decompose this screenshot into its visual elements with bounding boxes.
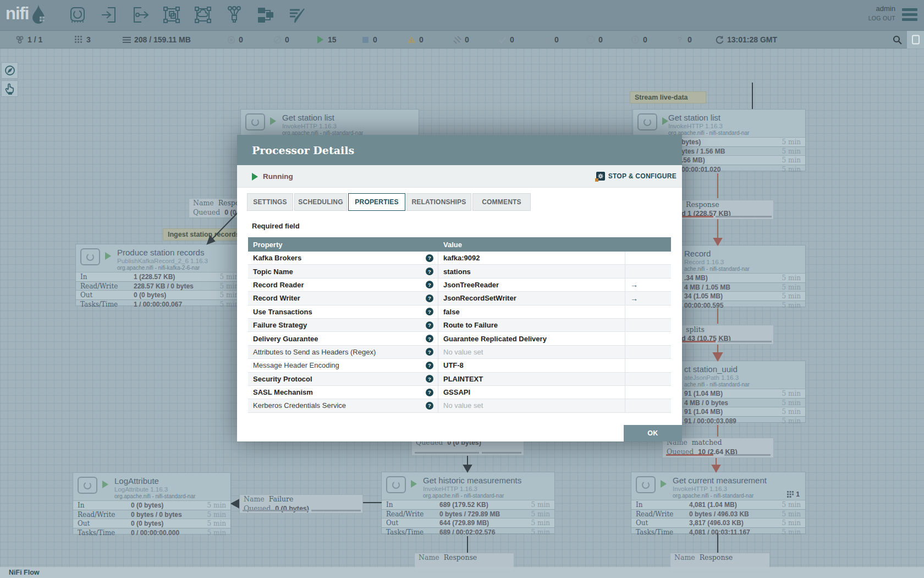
queue-size-indicator <box>666 454 713 456</box>
label-component-icon[interactable] <box>288 5 306 25</box>
output-port-component-icon[interactable] <box>131 5 150 25</box>
property-row[interactable]: SASL Mechanism?GSSAPI <box>248 386 671 399</box>
current-user: admin <box>868 4 895 13</box>
help-icon[interactable]: ? <box>426 402 433 410</box>
property-row[interactable]: Attributes to Send as Headers (Regex)?No… <box>248 346 671 359</box>
top-toolbar: nifi admin LOG OUT <box>0 0 924 31</box>
connection-failure[interactable]: NameFailure Queued0 (0 bytes) <box>239 494 363 514</box>
operate-palette-button[interactable] <box>1 80 18 97</box>
tab-scheduling[interactable]: SCHEDULING <box>294 193 347 211</box>
processor-type-icon <box>80 248 100 265</box>
processor-bundle: org.apache.nifi - nifi-kafka-2-6-nar <box>117 265 200 271</box>
processor-name: Get station list <box>282 113 334 122</box>
help-icon[interactable]: ? <box>426 281 433 288</box>
stopped-icon <box>361 37 370 43</box>
input-port-component-icon[interactable] <box>100 5 118 25</box>
goto-controller-service-icon[interactable]: → <box>630 280 638 289</box>
property-name-cell: Record Reader? <box>248 279 438 291</box>
running-state-icon <box>252 173 258 181</box>
property-row[interactable]: Use Transactions?false <box>248 306 671 319</box>
help-icon[interactable]: ? <box>426 254 433 262</box>
property-value-cell[interactable]: Guarantee Replicated Delivery <box>438 332 625 345</box>
unversioned-icon: ? <box>675 35 684 44</box>
help-icon[interactable]: ? <box>426 268 433 275</box>
info-cell <box>625 252 671 264</box>
property-row[interactable]: Record Writer?JsonRecordSetWriter→ <box>248 292 671 305</box>
help-icon[interactable]: ? <box>426 335 433 342</box>
transmitting-icon <box>227 36 235 44</box>
processor-produce-station-records[interactable]: Produce station records PublishKafkaReco… <box>75 244 244 306</box>
property-row[interactable]: Kafka Brokers?kafka:9092 <box>248 252 671 265</box>
property-value-cell[interactable]: kafka:9092 <box>438 252 625 264</box>
info-cell <box>625 346 671 358</box>
property-value-cell[interactable]: No value set <box>438 346 625 358</box>
processor-name: Get current measurement <box>673 476 767 485</box>
property-row[interactable]: Security Protocol?PLAINTEXT <box>248 373 671 386</box>
nifi-logo-text: nifi <box>6 4 29 24</box>
label-ingest-station-records[interactable]: Ingest station records <box>163 228 240 241</box>
property-row[interactable]: Kerberos Credentials Service?No value se… <box>248 399 671 412</box>
tab-properties[interactable]: PROPERTIES <box>348 193 405 211</box>
logout-link[interactable]: LOG OUT <box>868 15 895 21</box>
help-icon[interactable]: ? <box>426 375 433 383</box>
global-menu-button[interactable] <box>902 8 917 23</box>
property-value-cell[interactable]: GSSAPI <box>438 386 625 399</box>
property-value-cell[interactable]: stations <box>438 265 625 277</box>
processor-component-icon[interactable] <box>68 5 87 25</box>
help-icon[interactable]: ? <box>426 362 433 369</box>
processor-get-historic-measurements[interactable]: Get historic measurements InvokeHTTP 1.1… <box>381 472 555 534</box>
search-button[interactable] <box>893 31 902 48</box>
goto-controller-service-icon[interactable]: → <box>630 294 638 303</box>
help-icon[interactable]: ? <box>426 295 433 302</box>
ok-button[interactable]: OK <box>624 425 682 441</box>
funnel-component-icon[interactable] <box>225 5 244 25</box>
processor-type: InvokeHTTP 1.16.3 <box>673 486 727 492</box>
queue-size-indicator <box>415 452 479 454</box>
template-component-icon[interactable] <box>256 5 275 25</box>
property-value-cell[interactable]: UTF-8 <box>438 359 625 372</box>
property-value-cell[interactable]: No value set <box>438 399 625 412</box>
stale-count-status: ↑0 <box>586 31 603 48</box>
property-row[interactable]: Failure Strategy?Route to Failure <box>248 319 671 332</box>
navigate-palette-button[interactable] <box>1 62 18 79</box>
sync-failure-icon: ! <box>631 36 640 43</box>
tab-relationships[interactable]: RELATIONSHIPS <box>406 193 471 211</box>
queue-count-indicator <box>724 454 771 456</box>
dialog-tabs: SETTINGS SCHEDULING PROPERTIES RELATIONS… <box>247 193 531 211</box>
processor-get-current-measurement[interactable]: Get current measurement InvokeHTTP 1.16.… <box>631 472 806 534</box>
label-stream-live-data[interactable]: Stream live-data <box>630 91 706 103</box>
processor-type: InvokeHTTP 1.16.3 <box>668 123 723 129</box>
processor-stats: In0 (0 bytes)5 min Read/Write0 bytes / 0… <box>73 500 230 537</box>
property-value-cell[interactable]: JsonTreeReader <box>438 279 625 291</box>
remote-process-group-component-icon[interactable] <box>194 5 212 25</box>
help-icon[interactable]: ? <box>426 321 433 329</box>
breadcrumb[interactable]: NiFi Flow <box>9 569 40 576</box>
tab-settings[interactable]: SETTINGS <box>247 193 293 211</box>
help-icon[interactable]: ? <box>426 389 433 396</box>
help-icon[interactable]: ? <box>426 348 433 356</box>
stop-and-configure-button[interactable]: STOP & CONFIGURE <box>596 172 676 181</box>
property-value-cell[interactable]: JsonRecordSetWriter <box>438 292 625 304</box>
property-value-cell[interactable]: PLAINTEXT <box>438 373 625 385</box>
processor-stats: In4,081 (1.04 MB)5 min Read/Write0 bytes… <box>631 500 805 536</box>
process-group-component-icon[interactable] <box>162 5 181 25</box>
property-row[interactable]: Topic Name?stations <box>248 265 671 278</box>
queued-status: 208 / 159.11 MB <box>122 31 191 48</box>
property-value-cell[interactable]: false <box>438 306 625 318</box>
running-icon <box>661 480 667 488</box>
property-value-cell[interactable]: Route to Failure <box>438 319 625 331</box>
processor-stats: In689 (179.52 KB)5 min Read/Write0 bytes… <box>382 500 554 536</box>
help-icon[interactable]: ? <box>426 308 433 315</box>
tab-comments[interactable]: COMMENTS <box>472 193 531 211</box>
processor-type-icon <box>245 113 265 130</box>
property-row[interactable]: Message Header Encoding?UTF-8 <box>248 359 671 372</box>
bulletin-panel-button[interactable] <box>907 31 924 48</box>
property-row[interactable]: Record Reader?JsonTreeReader→ <box>248 279 671 292</box>
property-row[interactable]: Delivery Guarantee?Guarantee Replicated … <box>248 332 671 345</box>
unversioned-count-status: ?0 <box>675 31 692 48</box>
refresh-icon[interactable] <box>715 36 724 44</box>
property-column-header: Property <box>248 237 438 252</box>
processor-log-attribute[interactable]: LogAttribute LogAttribute 1.16.3 org.apa… <box>73 472 231 535</box>
queue-count-indicator <box>311 510 361 511</box>
info-cell <box>625 359 671 372</box>
